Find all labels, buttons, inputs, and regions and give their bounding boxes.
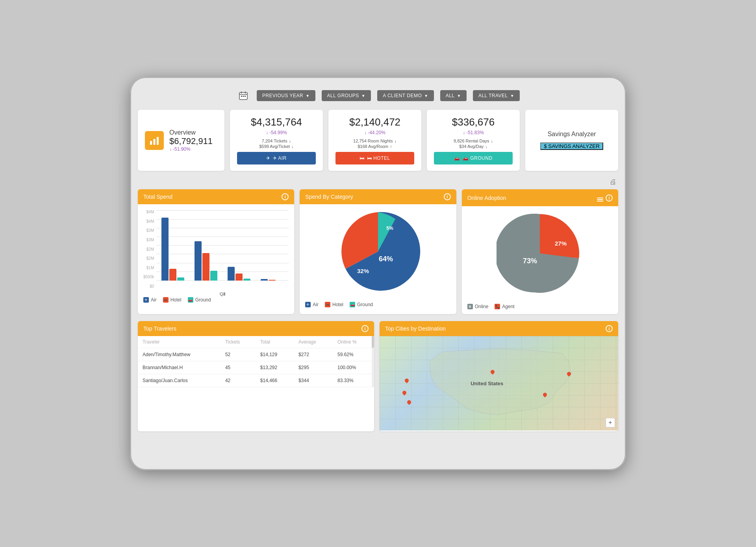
online-adoption-body: 73% 27% xyxy=(462,206,618,301)
traveler-name: Brannan/Michael.H xyxy=(138,361,220,374)
spend-category-chart: Spend By Category i xyxy=(300,189,456,314)
table-view-icon[interactable] xyxy=(597,193,603,202)
client-dropdown-arrow: ▼ xyxy=(424,94,428,98)
travel-dropdown[interactable]: ALL TRAVEL ▼ xyxy=(473,90,520,101)
map-pin-central xyxy=(489,370,496,376)
ground-card: $336,676 ↓-51.83% 9,826 Rental Days ↓ $3… xyxy=(427,110,520,171)
svg-rect-6 xyxy=(157,137,159,145)
air-sub2: $599 Avg/Ticket ↓ xyxy=(237,144,316,149)
y-axis: $4M $4M $3M $3M $2M $2M $1M $500k $0 xyxy=(143,210,156,288)
client-dropdown[interactable]: A CLIENT DEMO ▼ xyxy=(377,90,434,101)
svg-text:73%: 73% xyxy=(523,257,537,265)
top-travelers-info-icon[interactable]: i xyxy=(361,325,369,332)
online-adoption-legend: 🖥 Online 📞 Agent xyxy=(462,301,618,314)
ground-sub1: 9,826 Rental Days ↓ xyxy=(434,139,513,143)
col-average: Average xyxy=(294,336,333,348)
online-adoption-info-icon[interactable]: i xyxy=(606,194,613,201)
map-pin-south xyxy=(542,393,548,399)
total-spend-header: Total Spend i xyxy=(138,189,294,204)
col-online: Online % xyxy=(333,336,374,348)
map-us-label: United States xyxy=(471,381,503,386)
scrollbar[interactable] xyxy=(372,336,374,387)
top-cities-header: Top Cities by Destination i xyxy=(380,321,618,336)
sbc-legend-ground: 🚗 Ground xyxy=(350,302,373,307)
legend-ground-dot: 🚗 xyxy=(188,297,193,303)
groups-dropdown-arrow: ▼ xyxy=(361,94,365,98)
groups-dropdown[interactable]: ALL GROUPS ▼ xyxy=(322,90,371,101)
traveler-total: $13,292 xyxy=(256,361,294,374)
sbc-legend-ground-label: Ground xyxy=(357,302,373,307)
period-dropdown[interactable]: PREVIOUS YEAR ▼ xyxy=(257,90,315,101)
bar-label-q4: Q4 xyxy=(220,292,226,296)
legend-hotel-dot: 🛏 xyxy=(163,297,169,303)
print-icon[interactable]: 🖨 xyxy=(610,178,617,186)
oa-legend-agent-dot: 📞 xyxy=(495,304,500,309)
air-card: $4,315,764 ↓-54.99% 7,204 Tickets ↓ $599… xyxy=(230,110,323,171)
print-area: 🖨 xyxy=(138,178,618,186)
charts-row: Total Spend i $4M $4M $3M $3M $2M $2M $1… xyxy=(138,189,618,314)
bar-q2-hotel xyxy=(202,253,209,281)
savings-button[interactable]: $ SAVINGS ANALYZER xyxy=(540,142,603,150)
top-bar: PREVIOUS YEAR ▼ ALL GROUPS ▼ A CLIENT DE… xyxy=(138,89,618,103)
bar-group-q1: Q1 xyxy=(156,218,189,288)
air-change: ↓-54.99% xyxy=(237,130,316,135)
svg-text:64%: 64% xyxy=(379,255,393,263)
bar-q1-air xyxy=(161,218,169,281)
col-traveler: Traveler xyxy=(138,336,220,348)
hotel-button[interactable]: 🛏🛏 HOTEL xyxy=(335,152,414,164)
air-button[interactable]: ✈✈ AIR xyxy=(237,152,316,164)
sbc-legend-air: ✈ Air xyxy=(305,302,319,307)
hotel-change: ↓-44.20% xyxy=(335,130,414,135)
ground-amount: $336,676 xyxy=(434,116,513,128)
legend-air-label: Air xyxy=(151,297,157,303)
bar-q1-hotel xyxy=(169,269,176,281)
svg-rect-2 xyxy=(243,96,244,97)
map-zoom-in[interactable]: + xyxy=(606,418,615,427)
travelers-table-area: Traveler Tickets Total Average Online % … xyxy=(138,336,374,387)
tablet-frame: PREVIOUS YEAR ▼ ALL GROUPS ▼ A CLIENT DE… xyxy=(130,77,626,470)
svg-text:32%: 32% xyxy=(357,268,369,274)
overview-card: Overview $6,792,911 ↓ -51.90% xyxy=(138,110,224,171)
spend-category-info-icon[interactable]: i xyxy=(444,193,451,200)
top-cities-title: Top Cities by Destination xyxy=(385,325,446,332)
scrollbar-thumb xyxy=(372,336,374,348)
traveler-name: Aden/Timothy.Matthew xyxy=(138,348,220,361)
table-header-row: Traveler Tickets Total Average Online % xyxy=(138,336,374,348)
legend-air: ✈ Air xyxy=(143,297,157,303)
traveler-total: $14,466 xyxy=(256,374,294,387)
ground-sub2: $34 Avg/Day ↓ xyxy=(434,144,513,149)
top-cities-info-icon[interactable]: i xyxy=(606,325,613,332)
bar-group-q3: Q3 xyxy=(222,267,256,288)
bar-q3-air xyxy=(228,267,235,281)
bar-group-q2: Q2 xyxy=(189,241,222,288)
spend-category-title: Spend By Category xyxy=(305,194,353,200)
ground-change: ↓-51.83% xyxy=(434,130,513,135)
svg-text:5%: 5% xyxy=(386,225,393,231)
calendar-icon[interactable] xyxy=(236,89,250,103)
overview-amount: $6,792,911 xyxy=(169,136,213,146)
all-dropdown[interactable]: ALL ▼ xyxy=(440,90,467,101)
travelers-table: Traveler Tickets Total Average Online % … xyxy=(138,336,374,387)
ground-button[interactable]: 🚗🚗 GROUND xyxy=(434,152,513,164)
hotel-card: $2,140,472 ↓-44.20% 12,754 Room Nights ↓… xyxy=(328,110,421,171)
savings-title: Savings Analyzer xyxy=(548,131,596,138)
cards-row: Overview $6,792,911 ↓ -51.90% $4,315,764… xyxy=(138,110,618,171)
map-pin-la xyxy=(401,391,408,397)
total-spend-title: Total Spend xyxy=(143,194,172,200)
traveler-total: $14,129 xyxy=(256,348,294,361)
savings-card: Savings Analyzer $ SAVINGS ANALYZER xyxy=(525,110,618,171)
total-spend-info-icon[interactable]: i xyxy=(282,193,289,200)
oa-legend-agent: 📞 Agent xyxy=(495,304,514,309)
svg-text:27%: 27% xyxy=(555,240,567,247)
legend-air-dot: ✈ xyxy=(143,297,149,303)
all-dropdown-arrow: ▼ xyxy=(457,94,461,98)
oa-legend-online-dot: 🖥 xyxy=(467,304,473,309)
sbc-legend-hotel-label: Hotel xyxy=(332,302,343,307)
header-icons: i xyxy=(597,193,613,202)
legend-ground-label: Ground xyxy=(195,297,211,303)
hotel-sub2: $168 Avg/Room ↑ xyxy=(335,144,414,149)
col-total: Total xyxy=(256,336,294,348)
overview-change: ↓ -51.90% xyxy=(169,146,213,152)
spend-category-legend: ✈ Air 🛏 Hotel 🚗 Ground xyxy=(300,299,456,312)
legend-ground: 🚗 Ground xyxy=(188,297,211,303)
